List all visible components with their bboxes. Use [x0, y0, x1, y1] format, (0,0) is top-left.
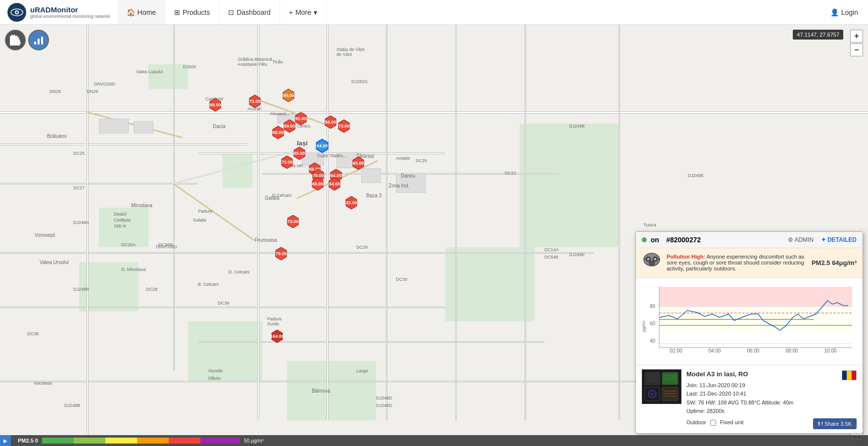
pm-label: PM2.5 0 — [18, 438, 38, 444]
pollution-warning: Pollution High: Anyone experiencing disc… — [636, 248, 863, 278]
status-indicator: on #82000272 — [642, 236, 701, 244]
sensor-s7[interactable]: 65.00 — [271, 125, 286, 140]
svg-point-2 — [16, 11, 18, 13]
uptime-info: Uptime: 28200s — [686, 407, 857, 416]
coordinates-value: 47.1147, 27.6757 — [797, 32, 839, 38]
sensor-s11[interactable]: 73.00 — [280, 155, 294, 170]
gas-mask-icon — [642, 252, 662, 273]
pollution-text: Pollution High: Anyone experiencing disc… — [667, 254, 807, 271]
device-id: #82000272 — [666, 236, 701, 244]
login-button[interactable]: 👤 Login — [820, 0, 868, 24]
nav-home[interactable]: 🏠 Home — [118, 0, 165, 24]
legend-purple — [200, 438, 240, 444]
sensor-s1[interactable]: 68.00 — [208, 97, 223, 112]
svg-text:08:00: 08:00 — [785, 348, 798, 354]
zoom-in-button[interactable]: + — [850, 30, 863, 43]
sensor-s2[interactable]: 73.00 — [247, 94, 262, 109]
detailed-button[interactable]: ✦ DETAILED — [821, 236, 857, 243]
sensor-s9[interactable]: 73.00 — [337, 119, 351, 134]
svg-point-33 — [647, 258, 650, 260]
svg-text:10:00: 10:00 — [824, 348, 836, 354]
logo-subtitle: global environmental monitoring network — [30, 14, 110, 19]
nav-more-label: More — [295, 8, 311, 16]
svg-point-34 — [654, 258, 657, 260]
sensor-s6[interactable]: 56.00 — [323, 115, 338, 130]
sensor-s16[interactable]: 64.00 — [327, 177, 342, 191]
nav-dashboard[interactable]: ⊡ Dashboard — [219, 0, 280, 24]
logo-title: uRADMonitor — [30, 5, 110, 14]
legend-red — [169, 438, 200, 444]
sensor-s21[interactable]: 79.00 — [274, 246, 289, 261]
svg-text:40: 40 — [650, 338, 656, 344]
chart-area: 80 60 40 μg/m³ — [636, 278, 863, 365]
svg-text:04:00: 04:00 — [708, 348, 721, 354]
svg-point-65 — [651, 393, 653, 395]
legend-yellow — [105, 438, 137, 444]
last-date: Last: 21-Dec-2020 10:41 — [686, 390, 857, 399]
device-photo — [642, 369, 681, 404]
nav-more[interactable]: + More ▾ — [280, 0, 327, 24]
outdoor-info: Outdoor Fixed unit f f Share 3.5K — [686, 416, 857, 429]
nav-dashboard-label: Dashboard — [237, 8, 271, 16]
popup-header: on #82000272 ⚙ ADMIN ✦ DETAILED — [636, 232, 863, 248]
sensor-s20[interactable]: 164.00 — [270, 329, 285, 344]
map-controls: + − — [850, 30, 863, 56]
pollution-level: Pollution High: — [667, 254, 705, 260]
admin-button[interactable]: ⚙ ADMIN — [788, 236, 814, 243]
coordinates-display: 47.1147, 27.6757 — [793, 30, 843, 40]
legend-light-green — [74, 438, 105, 444]
zoom-out-button[interactable]: − — [850, 44, 863, 56]
svg-text:06:00: 06:00 — [747, 348, 759, 354]
products-icon: ⊞ — [174, 8, 180, 16]
nav-home-label: Home — [138, 8, 156, 16]
svg-text:60: 60 — [650, 321, 656, 326]
logo-text: uRADMonitor global environmental monitor… — [30, 5, 110, 19]
settings-button[interactable] — [5, 30, 26, 50]
chart-container: 80 60 40 μg/m³ — [640, 282, 859, 361]
nav-products[interactable]: ⊞ Products — [165, 0, 219, 24]
sensor-s17[interactable]: 65.00 — [351, 156, 366, 171]
status-dot — [642, 237, 647, 242]
device-details: Model A3 in Iasi, RO Join: 11-Jun-2020 0… — [686, 369, 857, 429]
svg-rect-66 — [662, 387, 678, 401]
map-tools — [5, 30, 49, 50]
outdoor-checkbox[interactable] — [710, 420, 716, 426]
sensor-s19[interactable]: 73.00 — [286, 214, 300, 229]
device-model: Model A3 in Iasi, RO — [686, 369, 748, 380]
home-icon: 🏠 — [127, 8, 135, 16]
svg-text:02:00: 02:00 — [670, 348, 682, 354]
legend-value: 50 μg/m³ — [244, 438, 264, 444]
chart-button[interactable] — [28, 30, 49, 50]
sensor-s3[interactable]: 98.00 — [281, 88, 296, 103]
sw-hw-info: SW: 76 HW: 108 AVG T0.88°C Altitude: 40m — [686, 399, 857, 407]
sensor-s8[interactable]: 64.00 — [315, 138, 330, 153]
navbar: uRADMonitor global environmental monitor… — [0, 0, 868, 25]
user-icon: 👤 — [830, 8, 839, 16]
status-on-label: on — [651, 236, 659, 244]
svg-rect-57 — [646, 374, 658, 383]
plus-icon: + — [289, 8, 293, 16]
legend-orange — [137, 438, 169, 444]
legend-green — [42, 438, 74, 444]
svg-rect-24 — [34, 42, 36, 45]
pollution-value: PM2.5 64μg/m³ — [812, 259, 857, 267]
map-container[interactable]: Brătuleni Miroslava Vorovaști Valea Ursu… — [0, 25, 868, 446]
logo[interactable]: uRADMonitor global environmental monitor… — [0, 3, 118, 22]
legend-bar — [42, 438, 240, 444]
svg-text:80: 80 — [650, 304, 656, 309]
sensor-s18[interactable]: 33.00 — [344, 195, 359, 210]
sensor-s15[interactable]: 69.00 — [310, 177, 325, 191]
chevron-down-icon: ▾ — [314, 8, 317, 16]
svg-rect-30 — [649, 261, 654, 265]
svg-rect-35 — [659, 287, 852, 307]
popup-actions: ⚙ ADMIN ✦ DETAILED — [788, 236, 857, 243]
expand-left-button[interactable]: ▶ — [0, 435, 11, 446]
facebook-share-button[interactable]: f f Share 3.5K — [813, 418, 857, 429]
svg-rect-25 — [38, 39, 40, 45]
svg-rect-26 — [41, 37, 43, 45]
bottom-bar: ▶ PM2.5 0 50 μg/m³ — [0, 435, 868, 446]
logo-icon — [7, 3, 26, 22]
device-flag — [842, 370, 857, 380]
dashboard-icon: ⊡ — [228, 8, 234, 16]
join-date: Join: 11-Jun-2020 00:19 — [686, 381, 857, 390]
